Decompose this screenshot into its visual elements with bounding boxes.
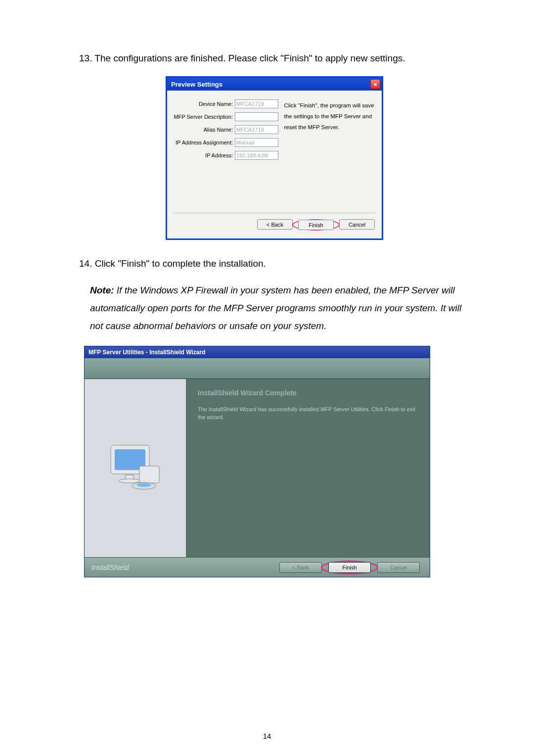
dialog1-fields: Device Name: MFCA1719 MFP Server Descrip…: [173, 98, 284, 163]
svg-point-6: [119, 479, 140, 483]
mfp-desc-label: MFP Server Description:: [173, 114, 235, 120]
device-name-input[interactable]: MFCA1719: [235, 99, 278, 108]
note-body: If the Windows XP Firewall in your syste…: [90, 285, 461, 331]
installshield-dialog: MFP Server Utilities - InstallShield Wiz…: [84, 346, 430, 577]
cancel-button[interactable]: Cancel: [339, 219, 375, 230]
ip-address-input[interactable]: 192.168.4.88: [235, 151, 278, 160]
dialog2-titlebar: MFP Server Utilities - InstallShield Wiz…: [85, 346, 430, 358]
step-14-body: Click "Finish" to complete the installat…: [95, 258, 266, 269]
ip-assignment-label: IP Address Assignment:: [173, 140, 235, 145]
dialog2-title: MFP Server Utilities - InstallShield Wiz…: [89, 349, 205, 356]
highlight-ellipse-icon: Finish: [321, 561, 378, 574]
dialog1-body: Device Name: MFCA1719 MFP Server Descrip…: [167, 91, 382, 238]
note-paragraph: Note: If the Windows XP Firewall in your…: [90, 282, 470, 335]
step-13-text: 13. The configurations are finished. Ple…: [79, 49, 470, 67]
mfp-desc-input[interactable]: [235, 112, 278, 121]
computer-icon: [106, 438, 165, 498]
finish-button[interactable]: Finish: [298, 220, 334, 230]
dialog2-description: The InstallShield Wizard has successfull…: [198, 406, 418, 422]
step-14-text: 14. Click "Finish" to complete the insta…: [79, 255, 470, 273]
device-name-label: Device Name:: [173, 101, 235, 107]
cancel-button-disabled: Cancel: [377, 562, 420, 573]
installshield-brand: InstallShield: [91, 564, 129, 571]
dialog2-image-panel: [85, 379, 186, 557]
dialog2-heading: InstallShield Wizard Complete: [198, 389, 418, 397]
note-label: Note:: [90, 285, 114, 295]
dialog1-title: Preview Settings: [171, 81, 222, 88]
step-13-body: The configurations are finished. Please …: [94, 53, 405, 63]
back-button[interactable]: < Back: [257, 219, 293, 230]
svg-point-4: [137, 483, 151, 487]
ip-assignment-input[interactable]: Manual: [235, 138, 278, 147]
page-number: 14: [263, 732, 271, 740]
dialog2-button-row: < Back Finish Cancel: [279, 562, 420, 573]
dialog2-header-strip: [85, 358, 430, 379]
dialog2-body: InstallShield Wizard Complete The Instal…: [85, 379, 430, 557]
dialog2-footer: InstallShield < Back Finish Cancel: [85, 557, 430, 577]
dialog2-content-panel: InstallShield Wizard Complete The Instal…: [186, 379, 430, 557]
highlight-ellipse-icon: Finish: [292, 219, 340, 231]
dialog1-titlebar: Preview Settings ×: [167, 78, 382, 91]
close-icon[interactable]: ×: [370, 79, 380, 89]
dialog1-hint: Click "Finish", the program will save th…: [284, 98, 376, 133]
step-14-number: 14.: [79, 258, 92, 269]
alias-name-label: Alias Name:: [173, 127, 235, 133]
svg-rect-2: [139, 466, 159, 483]
dialog1-button-row: < Back Finish Cancel: [173, 217, 376, 233]
step-13-number: 13.: [79, 53, 92, 63]
finish-button[interactable]: Finish: [328, 562, 371, 573]
ip-address-label: IP Address:: [173, 152, 235, 158]
preview-settings-dialog: Preview Settings × Device Name: MFCA1719…: [166, 76, 383, 240]
alias-name-input[interactable]: MFCA1719: [235, 125, 278, 134]
dialog1-divider: [173, 213, 376, 213]
back-button-disabled: < Back: [279, 562, 322, 573]
